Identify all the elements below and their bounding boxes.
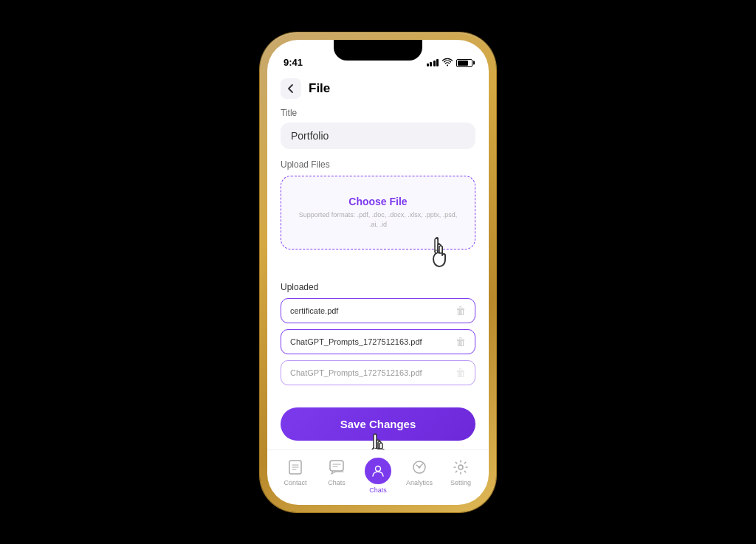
svg-rect-4 — [377, 440, 379, 449]
nav-item-contact[interactable]: Contact — [277, 458, 314, 486]
title-input[interactable] — [281, 123, 475, 149]
delete-file-button[interactable]: 🗑 — [456, 336, 466, 348]
nav-label-profile: Chats — [369, 486, 387, 494]
nav-item-analytics[interactable]: Analytics — [401, 458, 438, 486]
choose-file-text[interactable]: Choose File — [348, 196, 407, 207]
delete-file-button[interactable]: 🗑 — [456, 305, 466, 317]
svg-rect-6 — [379, 443, 382, 449]
delete-file-button[interactable]: 🗑 — [456, 367, 466, 379]
supported-formats-text: Supported formats: .pdf, .doc, .docx, .x… — [295, 210, 461, 229]
chats-icon — [327, 458, 346, 477]
uploaded-label: Uploaded — [281, 282, 475, 292]
page-title: File — [309, 81, 330, 96]
phone-device: 9:41 — [260, 32, 496, 512]
svg-rect-11 — [330, 461, 343, 471]
phone-notch — [334, 40, 422, 61]
nav-item-chats-1[interactable]: Chats — [318, 458, 355, 486]
svg-rect-2 — [439, 246, 442, 253]
upload-area[interactable]: Choose File Supported formats: .pdf, .do… — [281, 176, 475, 249]
file-name: ChatGPT_Prompts_1727512163.pdf — [290, 337, 456, 346]
battery-icon — [456, 59, 472, 67]
title-label: Title — [281, 108, 475, 118]
svg-rect-1 — [438, 244, 441, 253]
svg-rect-5 — [378, 441, 381, 449]
save-button-wrapper: Save Changes — [281, 403, 475, 444]
bottom-nav: Contact Chats — [267, 450, 489, 505]
file-item: ChatGPT_Prompts_1727512163.pdf 🗑 — [281, 329, 475, 354]
page-header: File — [281, 72, 475, 108]
back-button[interactable] — [281, 78, 301, 99]
main-content: File Title Upload Files Choose File Supp… — [267, 72, 489, 450]
contact-icon — [286, 458, 305, 477]
file-name: certificate.pdf — [290, 306, 456, 315]
setting-icon — [451, 458, 470, 477]
cursor-hand-upload-icon — [426, 237, 453, 275]
phone-screen: 9:41 — [267, 40, 489, 505]
nav-label-analytics: Analytics — [406, 479, 433, 486]
save-changes-button[interactable]: Save Changes — [281, 407, 475, 441]
svg-point-17 — [458, 465, 463, 469]
signal-bars-icon — [427, 59, 439, 66]
upload-label: Upload Files — [281, 159, 475, 170]
profile-icon — [365, 458, 391, 484]
status-icons — [427, 58, 473, 68]
analytics-icon — [410, 458, 429, 477]
nav-label-contact: Contact — [284, 479, 306, 486]
svg-point-16 — [419, 466, 421, 468]
status-time: 9:41 — [284, 57, 303, 68]
nav-item-profile[interactable]: Chats — [360, 458, 396, 494]
file-name: ChatGPT_Prompts_1727512163.pdf — [290, 368, 456, 377]
nav-label-chats: Chats — [328, 479, 346, 486]
file-item-partial: ChatGPT_Prompts_1727512163.pdf 🗑 — [281, 360, 475, 385]
file-item: certificate.pdf 🗑 — [281, 298, 475, 323]
wifi-icon — [442, 58, 453, 68]
svg-point-14 — [376, 466, 381, 471]
nav-item-setting[interactable]: Setting — [442, 458, 479, 486]
svg-rect-0 — [435, 238, 438, 253]
nav-label-setting: Setting — [450, 479, 471, 486]
